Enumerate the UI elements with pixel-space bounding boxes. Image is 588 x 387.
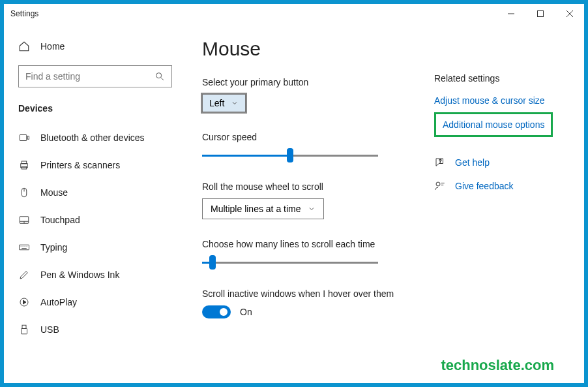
home-nav[interactable]: Home	[4, 35, 186, 57]
usb-icon	[18, 324, 30, 335]
svg-rect-6	[20, 135, 27, 141]
svg-marker-23	[23, 300, 27, 304]
highlight-additional-options: Additional mouse options	[434, 112, 553, 137]
home-label: Home	[40, 41, 65, 52]
main-content: Mouse Select your primary button Left Cu…	[202, 38, 434, 377]
sidebar-item-label: Bluetooth & other devices	[40, 132, 145, 143]
dropdown-value: Left	[209, 98, 224, 108]
printer-icon	[18, 159, 30, 171]
svg-rect-25	[22, 329, 27, 334]
sidebar-item-bluetooth[interactable]: Bluetooth & other devices	[4, 124, 186, 151]
toggle-state-label: On	[240, 307, 252, 317]
close-button[interactable]	[555, 4, 584, 23]
svg-point-4	[156, 73, 162, 78]
svg-line-5	[161, 78, 164, 80]
keyboard-icon	[18, 241, 30, 253]
sidebar-item-usb[interactable]: USB	[4, 316, 186, 343]
home-icon	[18, 40, 30, 52]
category-header: Devices	[4, 99, 186, 124]
titlebar: Settings	[4, 4, 584, 23]
autoplay-icon	[18, 296, 30, 308]
sidebar-item-touchpad[interactable]: Touchpad	[4, 206, 186, 234]
search-icon	[154, 71, 165, 82]
svg-rect-7	[27, 136, 29, 140]
related-heading: Related settings	[434, 73, 571, 84]
lines-scroll-slider[interactable]	[202, 256, 378, 269]
svg-rect-24	[22, 325, 26, 328]
bluetooth-icon	[18, 132, 30, 144]
svg-rect-16	[20, 245, 29, 250]
sidebar-item-label: Printers & scanners	[40, 160, 120, 170]
svg-rect-1	[537, 11, 543, 17]
sidebar-item-printers[interactable]: Printers & scanners	[4, 151, 186, 179]
cursor-speed-slider[interactable]	[202, 149, 378, 162]
slider-thumb[interactable]	[209, 255, 216, 270]
dropdown-value: Multiple lines at a time	[211, 204, 301, 214]
watermark: technoslate.com	[441, 357, 554, 374]
inactive-hover-label: Scroll inactive windows when I hover ove…	[202, 288, 434, 299]
search-input[interactable]	[25, 71, 154, 82]
link-give-feedback[interactable]: Give feedback	[455, 181, 514, 191]
page-title: Mouse	[202, 38, 434, 60]
sidebar-item-label: Touchpad	[40, 215, 80, 225]
primary-button-label: Select your primary button	[202, 77, 434, 87]
link-cursor-size[interactable]: Adjust mouse & cursor size	[434, 95, 571, 106]
primary-button-dropdown[interactable]: Left	[202, 94, 246, 112]
cursor-speed-label: Cursor speed	[202, 132, 434, 142]
sidebar-item-mouse[interactable]: Mouse	[4, 179, 186, 206]
sidebar-item-label: USB	[40, 324, 59, 335]
svg-rect-9	[22, 161, 27, 164]
maximize-button[interactable]	[525, 4, 555, 23]
sidebar-item-label: Typing	[40, 242, 67, 253]
link-get-help[interactable]: Get help	[455, 157, 490, 168]
slider-thumb[interactable]	[287, 148, 293, 163]
lines-scroll-label: Choose how many lines to scroll each tim…	[202, 239, 434, 249]
chevron-down-icon	[308, 205, 316, 213]
pen-icon	[18, 269, 30, 281]
sidebar-item-autoplay[interactable]: AutoPlay	[4, 288, 186, 316]
touchpad-icon	[18, 214, 30, 226]
sidebar-item-label: AutoPlay	[40, 297, 77, 307]
minimize-button[interactable]	[496, 4, 525, 23]
sidebar-item-label: Pen & Windows Ink	[40, 270, 119, 280]
window-title: Settings	[10, 9, 38, 18]
svg-point-27	[436, 182, 440, 186]
sidebar: Home Devices Bluetooth & other devices P…	[4, 23, 186, 383]
related-panel: Related settings Adjust mouse & cursor s…	[434, 38, 571, 377]
window-controls	[496, 4, 584, 23]
link-additional-mouse-options[interactable]: Additional mouse options	[443, 119, 544, 130]
svg-text:?: ?	[439, 159, 442, 163]
inactive-hover-toggle[interactable]	[202, 305, 231, 318]
feedback-icon	[434, 180, 446, 192]
wheel-mode-label: Roll the mouse wheel to scroll	[202, 181, 434, 192]
wheel-mode-dropdown[interactable]: Multiple lines at a time	[202, 198, 324, 219]
sidebar-item-pen[interactable]: Pen & Windows Ink	[4, 261, 186, 288]
help-icon: ?	[434, 157, 446, 168]
search-box[interactable]	[18, 65, 172, 87]
sidebar-item-label: Mouse	[40, 187, 68, 198]
mouse-icon	[18, 187, 30, 198]
chevron-down-icon	[231, 99, 239, 107]
sidebar-item-typing[interactable]: Typing	[4, 234, 186, 261]
